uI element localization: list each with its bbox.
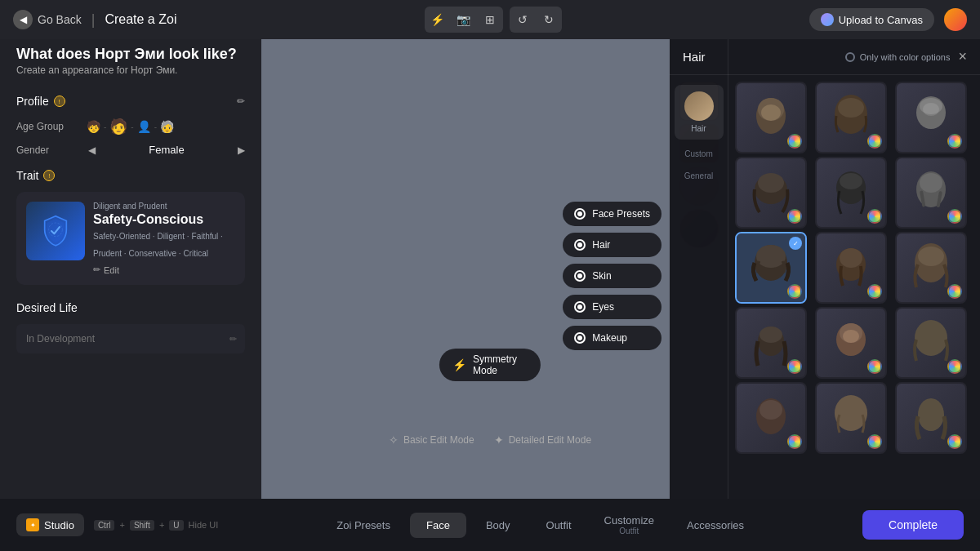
hair-shape-13 [748, 392, 794, 444]
hair-item-2[interactable] [815, 82, 887, 153]
trait-edit-icon: ✏ [93, 264, 100, 275]
hair-item-9[interactable] [895, 232, 967, 304]
only-color-option[interactable]: Only with color options [845, 52, 951, 62]
top-bar: ◀ Go Back | Create a Zoi ⚡ 📷 ⊞ ↺ ↻ Uploa… [0, 0, 980, 39]
header-question: What does Норт Эми look like? Create an … [16, 46, 237, 76]
upload-icon [821, 13, 834, 26]
face-presets-button[interactable]: Face Presets [563, 202, 662, 226]
kbd-plus-1: + [119, 520, 124, 530]
hair-panel-close-button[interactable]: × [958, 48, 967, 65]
hair-item-10[interactable] [735, 307, 807, 379]
gender-row: Gender ◀ Female ▶ [16, 144, 245, 156]
detailed-edit-mode[interactable]: ✦ Detailed Edit Mode [494, 433, 591, 447]
hair-shape-10 [748, 317, 794, 369]
hair-color-dot-12 [947, 359, 962, 374]
age-child-icon[interactable]: 🧒 [87, 120, 100, 133]
top-bar-right: Upload to Canvas [809, 8, 967, 31]
basic-edit-mode[interactable]: ✧ Basic Edit Mode [389, 433, 474, 447]
svg-point-3 [761, 104, 781, 121]
profile-label: Profile [16, 95, 49, 108]
bottom-left: ✦ Studio Ctrl + Shift + U Hide UI [16, 513, 218, 536]
bottom-tabs: Zoi Presets Face Body Outfit Customize O… [320, 511, 760, 539]
undo-button[interactable]: ↺ [510, 7, 536, 33]
hair-item-6[interactable] [895, 157, 967, 229]
age-group-label: Age Group [16, 121, 82, 132]
only-color-radio[interactable] [845, 52, 855, 62]
hair-color-dot-14 [867, 434, 882, 449]
hair-button[interactable]: Hair [563, 233, 662, 257]
hair-item-8[interactable] [815, 232, 887, 304]
hair-item-14[interactable] [815, 382, 887, 454]
basic-edit-icon: ✧ [389, 433, 399, 447]
face-presets-label: Face Presets [592, 208, 650, 220]
eyes-button[interactable]: Eyes [563, 295, 662, 319]
hair-item-13[interactable] [735, 382, 807, 454]
gender-value: Female [102, 144, 231, 156]
age-elder-icon[interactable]: 🧓 [160, 120, 174, 133]
svg-point-24 [760, 327, 782, 343]
hair-nav-hair[interactable]: Hair [675, 85, 724, 140]
tag-safety: Safety-Oriented [93, 232, 155, 247]
desired-life-header: Desired Life [16, 301, 245, 314]
age-teen-icon[interactable]: 🧑 [109, 118, 127, 136]
studio-label: Studio [44, 519, 74, 531]
hair-item-7[interactable]: ✓ [735, 232, 807, 304]
hair-item-11[interactable] [815, 307, 887, 379]
redo-button[interactable]: ↻ [536, 7, 562, 33]
profile-edit-icon[interactable]: ✏ [237, 96, 245, 107]
grid-tool[interactable]: ⊞ [477, 7, 503, 33]
makeup-button[interactable]: Makeup [563, 326, 662, 350]
trait-card: Diligent and Prudent Safety-Conscious Sa… [16, 192, 245, 285]
tab-face[interactable]: Face [410, 513, 466, 538]
hair-color-dot-6 [947, 209, 962, 224]
kbd-ctrl: Ctrl [94, 520, 115, 531]
basic-edit-label: Basic Edit Mode [403, 434, 474, 446]
hair-item-5[interactable] [815, 157, 887, 229]
desired-life-edit-icon[interactable]: ✏ [229, 334, 237, 344]
symmetry-bar: ⚡ Symmetry Mode [439, 349, 541, 381]
tab-accessories[interactable]: Accessories [670, 513, 760, 538]
svg-point-10 [758, 173, 784, 193]
user-avatar[interactable] [944, 8, 967, 31]
makeup-dot [574, 332, 586, 344]
lightning-tool[interactable]: ⚡ [425, 7, 451, 33]
gender-prev-button[interactable]: ◀ [88, 144, 96, 156]
hair-item-4[interactable] [735, 157, 807, 229]
hair-grid-container[interactable]: ✓ [728, 39, 980, 499]
camera-tool[interactable]: 📷 [451, 7, 477, 33]
hair-nav-custom-label: Custom [679, 143, 717, 162]
hair-item-15[interactable] [895, 382, 967, 454]
complete-button[interactable]: Complete [862, 510, 964, 540]
back-button[interactable]: ◀ Go Back [13, 10, 82, 29]
hair-shape-11 [828, 317, 874, 369]
age-adult-icon[interactable]: 👤 [137, 120, 151, 133]
upload-to-canvas-button[interactable]: Upload to Canvas [809, 8, 934, 31]
tab-customize-outfit[interactable]: Customize Outfit [591, 511, 667, 539]
desired-life-input[interactable] [16, 324, 245, 353]
trait-edit-button[interactable]: ✏ Edit [93, 264, 119, 275]
tag-prudent: Prudent [93, 249, 127, 258]
age-icons: 🧒 - 🧑 - 👤 - 🧓 [87, 118, 174, 136]
hair-item-12[interactable] [895, 307, 967, 379]
tab-body[interactable]: Body [470, 513, 527, 538]
trait-section-header: Trait ! [16, 169, 245, 182]
skin-dot-inner [577, 273, 582, 278]
view-overlay-buttons: Face Presets Hair Skin Eyes Makeup [563, 202, 662, 350]
hair-nav-avatar [684, 91, 714, 121]
gender-next-button[interactable]: ▶ [238, 144, 245, 156]
skin-button[interactable]: Skin [563, 264, 662, 288]
trait-label: Trait [16, 169, 38, 182]
desired-life-label: Desired Life [16, 301, 78, 314]
tab-zoi-presets[interactable]: Zoi Presets [320, 513, 407, 538]
hair-item-1[interactable] [735, 82, 807, 153]
svg-point-32 [918, 398, 944, 431]
studio-button[interactable]: ✦ Studio [16, 513, 84, 536]
kbd-plus-2: + [159, 520, 164, 530]
back-label: Go Back [38, 13, 82, 26]
makeup-label: Makeup [592, 332, 627, 344]
eyes-dot-inner [577, 304, 582, 309]
trait-label-group: Trait ! [16, 169, 55, 182]
eyes-label: Eyes [592, 301, 614, 313]
tab-outfit[interactable]: Outfit [530, 513, 588, 538]
hair-item-3[interactable] [895, 82, 967, 153]
